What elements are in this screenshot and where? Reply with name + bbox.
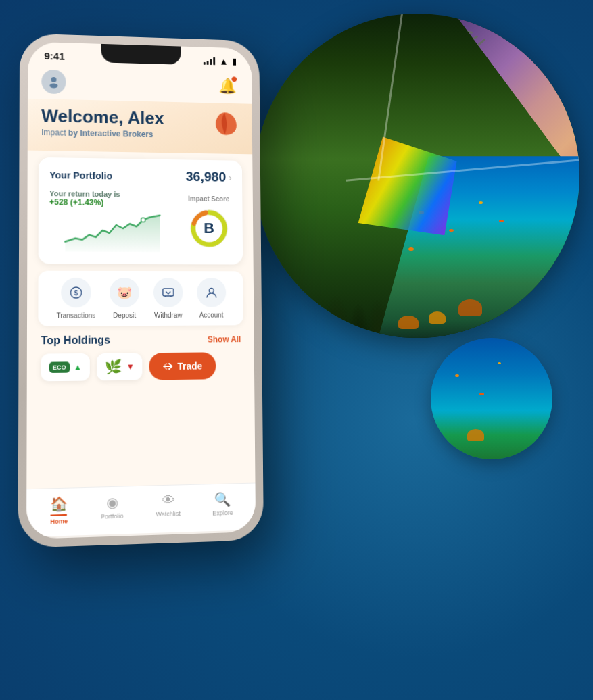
holdings-section: Top Holdings Show All ECO ▲ 🌿 ▼ (26, 330, 255, 489)
portfolio-icon: ◉ (106, 494, 118, 511)
app-content: 🔔 Welcome, Alex Impact by Interactive Br… (26, 64, 256, 537)
impact-donut: B (186, 205, 233, 251)
portfolio-card[interactable]: Your Portfolio 36,980 › Your return toda… (39, 157, 243, 265)
action-withdraw[interactable]: Withdraw (153, 278, 183, 319)
portfolio-value-row: 36,980 › (186, 169, 232, 185)
notification-bell[interactable]: 🔔 (215, 74, 239, 99)
svg-text:$: $ (74, 289, 78, 297)
phone-screen: 9:41 ▲ ▮ (26, 41, 256, 539)
explore-label: Explore (212, 509, 233, 517)
nav-explore[interactable]: 🔍 Explore (212, 491, 233, 520)
holdings-title: Top Holdings (41, 334, 110, 347)
portfolio-body: Your return today is +528 (+1.43%) (49, 189, 233, 255)
status-time: 9:41 (44, 50, 64, 62)
withdraw-icon (153, 278, 183, 307)
app-logo (210, 109, 239, 139)
top-bar: 🔔 (28, 64, 252, 104)
svg-point-1 (49, 83, 57, 88)
image-collage (214, 0, 593, 514)
header-section: Welcome, Alex Impact by Interactive Brok… (28, 99, 252, 155)
return-text: Your return today is +528 (+1.43%) (49, 189, 175, 208)
home-label: Home (50, 518, 68, 525)
deposit-icon: 🐷 (110, 278, 139, 307)
withdraw-label: Withdraw (154, 311, 182, 319)
nav-home[interactable]: 🏠 Home (50, 495, 68, 525)
impact-score-label: Impact Score (188, 195, 229, 203)
trend-down-icon: ▼ (126, 361, 135, 371)
portfolio-title: Your Portfolio (49, 170, 112, 181)
holdings-list: ECO ▲ 🌿 ▼ (41, 352, 241, 381)
action-account[interactable]: Account (197, 278, 226, 319)
impact-score-widget: Impact Score (186, 195, 233, 251)
phone-frame: 9:41 ▲ ▮ (18, 33, 264, 548)
portfolio-chart (49, 211, 175, 252)
nav-watchlist[interactable]: 👁 Watchlist (156, 493, 181, 522)
account-icon (197, 278, 226, 307)
impact-grade: B (204, 220, 214, 237)
notification-badge (231, 76, 237, 82)
action-deposit[interactable]: 🐷 Deposit (110, 278, 139, 319)
action-transactions[interactable]: $ Transactions (56, 278, 95, 320)
portfolio-header: Your Portfolio 36,980 › (49, 167, 232, 185)
wifi-icon: ▲ (219, 55, 228, 66)
watchlist-icon: 👁 (162, 493, 175, 509)
welcome-text-block: Welcome, Alex Impact by Interactive Brok… (41, 105, 164, 139)
explore-icon: 🔍 (214, 491, 231, 508)
svg-rect-10 (163, 289, 174, 296)
holdings-header: Top Holdings Show All (41, 333, 241, 347)
signal-icon (204, 57, 215, 65)
phone-notch (101, 44, 181, 65)
brand-tagline: Impact by Interactive Brokers (41, 128, 164, 139)
transactions-label: Transactions (56, 311, 95, 319)
portfolio-chevron-icon: › (229, 172, 232, 183)
trade-icon (163, 361, 174, 372)
account-label: Account (199, 311, 223, 319)
chart-area: Your return today is +528 (+1.43%) (49, 189, 175, 255)
welcome-row: Welcome, Alex Impact by Interactive Brok… (41, 105, 239, 141)
welcome-heading: Welcome, Alex (41, 105, 164, 129)
holding-leaf[interactable]: 🌿 ▼ (97, 353, 142, 380)
transactions-icon: $ (61, 278, 91, 307)
trend-up-icon: ▲ (74, 362, 82, 372)
battery-icon: ▮ (232, 56, 236, 66)
home-icon: 🏠 (50, 495, 68, 513)
leaf-icon: 🌿 (105, 359, 122, 376)
nav-active-indicator (51, 514, 68, 516)
return-value: +528 (+1.43%) (49, 197, 103, 207)
trade-label: Trade (177, 360, 202, 371)
phone-device: 9:41 ▲ ▮ (18, 33, 264, 548)
trade-button[interactable]: Trade (149, 352, 216, 380)
nav-portfolio[interactable]: ◉ Portfolio (101, 494, 124, 524)
holding-eco[interactable]: ECO ▲ (41, 353, 90, 381)
show-all-button[interactable]: Show All (208, 334, 241, 344)
svg-point-11 (209, 288, 214, 293)
status-icons: ▲ ▮ (204, 55, 236, 67)
svg-point-0 (51, 77, 56, 82)
watchlist-label: Watchlist (156, 510, 181, 518)
portfolio-value: 36,980 (186, 169, 227, 184)
eco-badge: ECO (49, 361, 70, 373)
quick-actions: $ Transactions 🐷 Deposit (38, 271, 243, 326)
bottom-nav: 🏠 Home ◉ Portfolio 👁 Watchlist 🔍 E (26, 483, 256, 537)
portfolio-nav-label: Portfolio (101, 512, 124, 520)
user-avatar[interactable] (41, 70, 66, 95)
deposit-label: Deposit (113, 311, 136, 319)
